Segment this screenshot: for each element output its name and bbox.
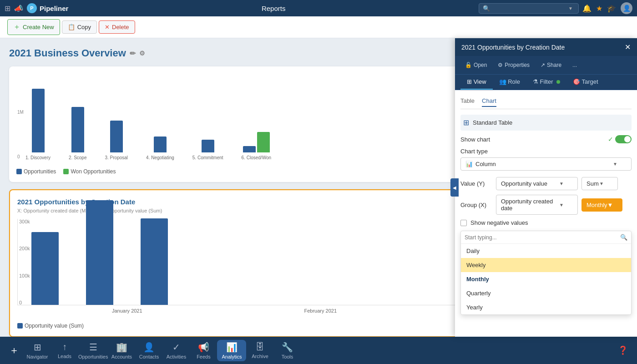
bar-january <box>31 232 59 305</box>
table-grid-icon: ⊞ <box>463 118 469 127</box>
role-icon: 👥 <box>499 78 506 85</box>
tab-filter[interactable]: ⚗ Filter <box>526 75 566 90</box>
bar-group-closed-won: 6. Closed/Won <box>242 132 271 160</box>
graduation-cap-icon[interactable]: 🎓 <box>607 4 616 13</box>
nav-item-accounts[interactable]: 🏢 Accounts <box>108 342 135 359</box>
show-chart-toggle[interactable]: ✓ <box>608 135 632 143</box>
help-icon[interactable]: ❓ <box>618 345 628 355</box>
dropdown-option-weekly[interactable]: Weekly <box>461 258 631 272</box>
share-button[interactable]: ↗ Share <box>536 60 566 71</box>
notification-bell-icon[interactable]: 🔔 <box>582 4 592 13</box>
toggle-slider[interactable] <box>615 135 632 143</box>
more-options-button[interactable]: ... <box>568 60 581 71</box>
bar-group-discovery: 1. Discovery <box>25 89 51 160</box>
properties-button[interactable]: ⚙ Properties <box>493 60 534 71</box>
standard-table-option[interactable]: ⊞ Standard Table <box>460 115 632 131</box>
show-chart-row: Show chart ✓ <box>460 135 632 143</box>
right-panel: ◀ 2021 Opportunities by Creation Date ✕ … <box>455 38 637 337</box>
navigator-icon: ⊞ <box>34 342 41 353</box>
subtab-chart[interactable]: Chart <box>482 96 496 107</box>
create-new-button[interactable]: ＋ Create New <box>7 19 60 35</box>
group-x-field-select[interactable]: Opportunity created date ▼ <box>496 195 578 215</box>
search-chevron[interactable]: ▼ <box>568 6 573 11</box>
speaker-icon[interactable]: 📣 <box>14 4 23 13</box>
user-avatar[interactable]: 👤 <box>621 2 632 14</box>
nav-item-contacts[interactable]: 👤 Contacts <box>135 342 162 359</box>
nav-label-analytics: Analytics <box>222 354 242 359</box>
view-icon: ⊞ <box>467 78 472 85</box>
subtab-table[interactable]: Table <box>460 96 475 107</box>
nav-item-analytics[interactable]: 📊 Analytics <box>217 340 246 361</box>
nav-item-activities[interactable]: ✓ Activities <box>162 342 190 359</box>
edit-icon[interactable]: ✏ <box>130 49 136 58</box>
nav-label-navigator: Navigator <box>26 354 48 359</box>
panel-close-button[interactable]: ✕ <box>625 43 631 51</box>
chart-type-arrow: ▼ <box>613 162 617 167</box>
legend-dot-won <box>63 169 69 174</box>
panel-body: Table Chart ⊞ Standard Table Show chart … <box>455 90 637 337</box>
bar-group-negotiating: 4. Negotiating <box>146 136 174 160</box>
bar-opp-discovery <box>32 89 45 152</box>
main-toolbar: ＋ Create New 📋 Copy ✕ Delete <box>0 16 637 38</box>
value-y-row: Value (Y) Opportunity value ▼ Sum ▼ <box>460 177 632 190</box>
panel-header: 2021 Opportunities by Creation Date ✕ <box>455 38 637 56</box>
bar-opp-scope <box>71 107 84 152</box>
open-button[interactable]: 🔓 Open <box>460 60 491 71</box>
tab-role[interactable]: 👥 Role <box>493 75 526 90</box>
nav-item-leads[interactable]: ↑ Leads <box>51 342 78 359</box>
dropdown-option-daily[interactable]: Daily <box>461 244 631 258</box>
chart-type-select[interactable]: 📊 Column ▼ <box>460 157 632 171</box>
delete-icon: ✕ <box>105 24 110 30</box>
dropdown-search-input[interactable] <box>465 234 618 241</box>
aggregation-arrow: ▼ <box>599 181 604 186</box>
app-logo: P Pipeliner <box>27 3 68 13</box>
value-y-arrow: ▼ <box>559 181 564 186</box>
panel-title: 2021 Opportunities by Creation Date <box>461 44 565 51</box>
settings-icon[interactable]: ⚙ <box>139 50 145 57</box>
dropdown-search-icon: 🔍 <box>620 234 627 241</box>
analytics-icon: 📊 <box>226 342 238 353</box>
dropdown-search-row: 🔍 <box>461 231 631 244</box>
bar-group-commitment: 5. Commitment <box>192 140 223 160</box>
value-y-aggregation-select[interactable]: Sum ▼ <box>581 177 618 190</box>
legend-opportunities: Opportunities <box>16 168 56 175</box>
search-box[interactable]: 🔍 ▼ <box>479 3 579 14</box>
nav-item-navigator[interactable]: ⊞ Navigator <box>24 342 51 359</box>
bar-group-scope: 2. Scope <box>69 107 86 160</box>
nav-item-opportunities[interactable]: ☰ Opportunities <box>78 342 108 359</box>
legend-dot-opp <box>16 169 22 174</box>
dropdown-option-yearly[interactable]: Yearly <box>461 300 631 314</box>
logo-circle: P <box>27 3 37 13</box>
panel-collapse-button[interactable]: ◀ <box>450 178 459 197</box>
copy-button[interactable]: 📋 Copy <box>62 20 97 34</box>
dropdown-option-quarterly[interactable]: Quarterly <box>461 286 631 300</box>
filter-active-dot <box>556 80 560 84</box>
grid-icon[interactable]: ⊞ <box>5 4 10 13</box>
accounts-icon: 🏢 <box>116 342 127 353</box>
value-y-field-select[interactable]: Opportunity value ▼ <box>496 177 578 190</box>
nav-item-tools[interactable]: 🔧 Tools <box>273 342 301 359</box>
tab-view[interactable]: ⊞ View <box>460 75 493 90</box>
group-x-period-select[interactable]: Monthly ▼ <box>581 198 622 212</box>
show-negative-checkbox[interactable] <box>460 220 467 226</box>
nav-icons: 🔔 ★ 🎓 👤 <box>582 2 632 14</box>
top-navigation: ⊞ 📣 P Pipeliner Reports 🔍 ▼ 🔔 ★ 🎓 👤 <box>0 0 637 16</box>
main-area: 2021 Business Overview ✏ ⚙ 1M 0 1. Dis <box>0 38 637 337</box>
target-icon: 🎯 <box>573 78 580 85</box>
tools-icon: 🔧 <box>282 342 293 353</box>
dropdown-option-monthly[interactable]: Monthly <box>461 272 631 286</box>
chart2-y-labels: 300k 200k 100k 0 <box>17 219 32 305</box>
tab-target[interactable]: 🎯 Target <box>566 75 605 90</box>
nav-item-archive[interactable]: 🗄 Archive <box>246 342 273 359</box>
nav-label-activities: Activities <box>167 354 186 359</box>
nav-label-leads: Leads <box>58 354 71 359</box>
delete-button[interactable]: ✕ Delete <box>99 20 135 34</box>
open-icon: 🔓 <box>465 62 472 68</box>
chart-type-section: Chart type 📊 Column ▼ <box>460 148 632 171</box>
add-item-button[interactable]: ＋ <box>9 344 19 357</box>
group-x-arrow: ▼ <box>559 202 564 207</box>
nav-item-feeds[interactable]: 📢 Feeds <box>190 342 217 359</box>
search-input[interactable] <box>493 5 566 12</box>
favorites-star-icon[interactable]: ★ <box>596 4 602 13</box>
legend-opp-value: Opportunity value (Sum) <box>17 323 84 329</box>
